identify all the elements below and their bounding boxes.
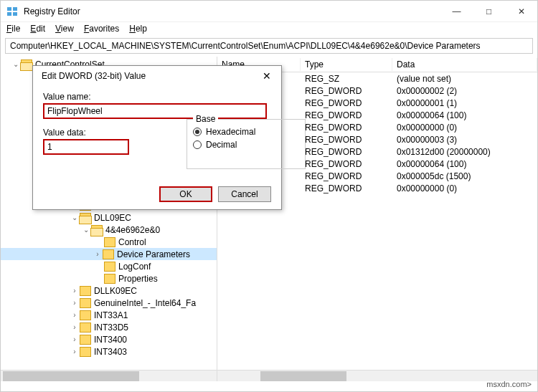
menu-favorites[interactable]: Favorites	[84, 24, 119, 34]
tree-scrollbar[interactable]	[1, 370, 217, 381]
cell-data: 0x00000000 (0)	[392, 123, 537, 133]
tree-item[interactable]: LogConf	[118, 262, 151, 272]
cell-data: 0x00000000 (0)	[392, 183, 537, 193]
col-data[interactable]: Data	[392, 58, 537, 71]
app-icon	[6, 6, 18, 17]
address-bar[interactable]: Computer\HKEY_LOCAL_MACHINE\SYSTEM\Curre…	[5, 38, 533, 54]
value-data-input[interactable]	[43, 139, 129, 155]
menu-edit[interactable]: Edit	[30, 24, 45, 34]
folder-icon	[80, 310, 91, 320]
cell-type: REG_DWORD	[301, 159, 392, 169]
folder-icon	[80, 335, 91, 345]
radio-label: Decimal	[206, 140, 237, 150]
tree-item[interactable]: DLL09EC	[94, 213, 131, 223]
cell-type: REG_DWORD	[301, 110, 392, 120]
cell-type: REG_DWORD	[301, 135, 392, 145]
menu-view[interactable]: View	[55, 24, 74, 34]
edit-dword-dialog: Edit DWORD (32-bit) Value ✕ Value name: …	[32, 65, 282, 210]
folder-icon	[80, 347, 91, 357]
cell-data: 0x00000002 (2)	[392, 86, 537, 96]
cell-data: (value not set)	[392, 74, 537, 84]
tree-item[interactable]: INT3400	[94, 335, 127, 345]
dialog-title-bar: Edit DWORD (32-bit) Value ✕	[33, 66, 281, 86]
radio-hexadecimal[interactable]: Hexadecimal	[193, 127, 299, 137]
dialog-close-button[interactable]: ✕	[253, 70, 281, 82]
expand-icon[interactable]: ›	[70, 311, 80, 319]
cell-data: 0x01312d00 (20000000)	[392, 147, 537, 157]
maximize-button[interactable]: □	[473, 1, 505, 22]
expand-icon[interactable]: ›	[70, 348, 80, 355]
folder-icon	[104, 274, 115, 284]
cell-type: REG_DWORD	[301, 123, 392, 133]
base-legend: Base	[193, 114, 218, 124]
expand-icon[interactable]: ⌄	[81, 226, 91, 234]
expand-icon[interactable]: ›	[70, 323, 80, 331]
window-title: Registry Editor	[24, 6, 440, 16]
tree-item[interactable]: INT33A1	[94, 310, 128, 320]
title-bar: Registry Editor — □ ✕	[1, 1, 537, 22]
svg-rect-2	[7, 12, 11, 16]
cell-data: 0x00000003 (3)	[392, 135, 537, 145]
col-type[interactable]: Type	[301, 58, 392, 71]
base-groupbox: Base Hexadecimal Decimal	[187, 119, 306, 169]
expand-icon[interactable]: ⌄	[70, 214, 80, 221]
tree-item[interactable]: INT33D5	[94, 322, 128, 333]
svg-rect-3	[13, 12, 17, 16]
cell-data: 0x00000001 (1)	[392, 98, 537, 108]
cell-type: REG_SZ	[301, 74, 392, 84]
dialog-title: Edit DWORD (32-bit) Value	[42, 71, 253, 81]
menu-help[interactable]: Help	[129, 24, 147, 34]
cell-type: REG_DWORD	[301, 98, 392, 108]
folder-icon	[80, 286, 91, 296]
cell-data: 0x00000064 (100)	[392, 110, 537, 120]
radio-icon	[193, 140, 202, 149]
expand-icon[interactable]: ›	[70, 287, 80, 295]
tree-item[interactable]: INT3403	[94, 347, 127, 357]
menu-bar: File Edit View Favorites Help	[1, 22, 537, 35]
value-name-input[interactable]	[43, 103, 267, 119]
tree-item-selected[interactable]: Device Parameters	[117, 249, 190, 259]
close-button[interactable]: ✕	[505, 1, 537, 22]
value-name-label: Value name:	[43, 92, 271, 102]
expand-icon[interactable]: ›	[93, 250, 103, 258]
cancel-button[interactable]: Cancel	[218, 186, 271, 202]
cell-type: REG_DWORD	[301, 147, 392, 157]
folder-icon	[80, 322, 91, 333]
folder-icon	[104, 262, 115, 272]
expand-icon[interactable]: ›	[70, 299, 80, 307]
tree-item[interactable]: Properties	[118, 274, 158, 284]
tree-item[interactable]: GenuineIntel_-_Intel64_Fa	[94, 298, 196, 308]
radio-decimal[interactable]: Decimal	[193, 140, 299, 150]
expand-icon[interactable]: ⌄	[11, 60, 21, 68]
tree-item[interactable]: DLLK09EC	[94, 286, 137, 296]
watermark: msxdn.com>	[486, 380, 532, 388]
tree-item[interactable]: 4&4e6962e&0	[105, 225, 160, 235]
folder-icon	[91, 225, 103, 235]
radio-icon	[193, 128, 202, 136]
tree-item[interactable]: Control	[118, 237, 146, 247]
radio-label: Hexadecimal	[206, 127, 255, 137]
ok-button[interactable]: OK	[159, 186, 212, 202]
cell-type: REG_DWORD	[301, 183, 392, 193]
cell-type: REG_DWORD	[301, 171, 392, 181]
minimize-button[interactable]: —	[440, 1, 473, 22]
folder-icon	[80, 298, 91, 308]
svg-rect-1	[13, 7, 17, 11]
folder-icon	[103, 249, 114, 259]
folder-icon	[80, 213, 91, 223]
menu-file[interactable]: File	[6, 24, 20, 34]
cell-data: 0x000005dc (1500)	[392, 171, 537, 181]
svg-rect-0	[7, 7, 11, 11]
expand-icon[interactable]: ›	[70, 335, 80, 343]
folder-icon	[21, 59, 32, 70]
cell-type: REG_DWORD	[301, 86, 392, 96]
folder-icon	[104, 237, 115, 247]
cell-data: 0x00000064 (100)	[392, 159, 537, 169]
